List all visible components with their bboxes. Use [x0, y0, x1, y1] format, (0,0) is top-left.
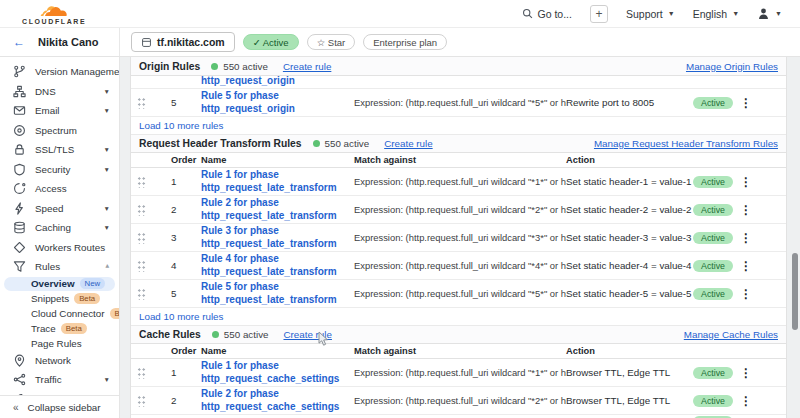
- drag-handle[interactable]: [137, 231, 146, 244]
- bolt-icon: [13, 202, 26, 215]
- chevron-up-icon: ▼: [104, 263, 110, 270]
- zone-selector[interactable]: tf.nikitac.com: [131, 32, 235, 52]
- rule-expression: Expression: (http.request.full_uri wildc…: [354, 367, 566, 378]
- row-menu-kebab-icon[interactable]: ⋮: [739, 366, 753, 380]
- sidebar-item-rules[interactable]: Rules▼: [0, 257, 119, 277]
- zone-row: tf.nikitac.com ✓ Active ☆ Star Enterpris…: [120, 32, 447, 52]
- rule-name-link[interactable]: Rule 2 for phasehttp_request_late_transf…: [201, 197, 354, 222]
- support-menu[interactable]: Support ▼: [626, 8, 675, 20]
- drag-handle[interactable]: [137, 259, 146, 272]
- add-button[interactable]: +: [590, 5, 608, 23]
- chevron-down-icon: ▼: [104, 376, 110, 383]
- sidebar-item-snippets[interactable]: SnippetsBeta: [4, 291, 115, 306]
- pin-icon: [13, 354, 26, 367]
- section-header-request-header-transform-rules: Request Header Transform Rules550 active…: [131, 134, 786, 153]
- create-rule-link[interactable]: Create rule: [384, 138, 432, 149]
- plan-badge: Enterprise plan: [363, 34, 447, 50]
- drag-handle[interactable]: [137, 203, 146, 216]
- traffic-icon: [13, 373, 26, 386]
- sidebar-item-speed[interactable]: Speed▼: [0, 199, 119, 219]
- rule-expression: Expression: (http.request.full_uri wildc…: [354, 260, 566, 271]
- load-more-row: Load 10 more rules: [131, 308, 786, 325]
- row-menu-kebab-icon[interactable]: ⋮: [739, 259, 753, 273]
- rule-name-link[interactable]: Rule 1 for phasehttp_request_late_transf…: [201, 169, 354, 194]
- rule-name-line1: Rule 1 for phase: [201, 169, 354, 182]
- sidebar-subitem-label: Page Rules: [31, 338, 82, 349]
- rule-status-badge: Active: [694, 288, 732, 300]
- rule-name-line2: http_request_late_transform: [201, 210, 354, 223]
- sidebar-item-overview[interactable]: OverviewNew: [4, 277, 115, 292]
- rule-name-link[interactable]: Rule 2 for phasehttp_request_cache_setti…: [201, 388, 354, 413]
- chevron-down-icon: ▼: [732, 10, 739, 17]
- sidebar-item-label: Network: [35, 355, 110, 366]
- database-icon: [13, 221, 26, 234]
- rule-name-link[interactable]: Rule 3 for phasehttp_request_late_transf…: [201, 225, 354, 250]
- language-menu[interactable]: English ▼: [693, 8, 739, 20]
- drag-handle[interactable]: [137, 366, 146, 379]
- row-menu-kebab-icon[interactable]: ⋮: [739, 175, 753, 189]
- rule-name-link[interactable]: Rule 1 for phasehttp_request_cache_setti…: [201, 360, 354, 385]
- sidebar-item-spectrum[interactable]: Spectrum: [0, 121, 119, 141]
- rule-name-line2: http_request_late_transform: [201, 266, 354, 279]
- account-menu[interactable]: ▼: [757, 7, 782, 20]
- sidebar-item-version-management[interactable]: Version Management: [0, 62, 119, 82]
- row-menu-kebab-icon[interactable]: ⋮: [739, 394, 753, 408]
- rule-name-link[interactable]: Rule 5 for phasehttp_request_late_transf…: [201, 281, 354, 306]
- row-menu-kebab-icon[interactable]: ⋮: [739, 287, 753, 301]
- rule-action: Set static header-2 = value-2: [566, 204, 694, 215]
- manage-rules-link[interactable]: Manage Cache Rules: [684, 329, 778, 340]
- manage-rules-link[interactable]: Manage Request Header Transform Rules: [594, 138, 778, 149]
- sidebar-item-cloud-connector[interactable]: Cloud ConnectorBeta: [4, 306, 115, 321]
- rule-name-link[interactable]: Rule 5 for phasehttp_request_origin: [201, 90, 354, 115]
- drag-handle[interactable]: [137, 96, 146, 109]
- sidebar-item-workers-routes[interactable]: Workers Routes: [0, 238, 119, 258]
- load-more-rules-link[interactable]: Load 10 more rules: [139, 311, 223, 322]
- rule-expression: Expression: (http.request.full_uri wildc…: [354, 288, 566, 299]
- cloudflare-logo[interactable]: CLOUDFLARE: [22, 5, 86, 25]
- create-rule-link[interactable]: Create rule: [283, 329, 331, 340]
- status-label: Active: [693, 204, 733, 216]
- global-search[interactable]: Go to...: [522, 8, 572, 20]
- sidebar-item-traffic[interactable]: Traffic▼: [0, 370, 119, 390]
- sidebar-item-dns[interactable]: DNS▼: [0, 82, 119, 102]
- drag-handle[interactable]: [137, 394, 146, 407]
- sidebar-subitem-label: Overview: [31, 278, 75, 289]
- sidebar-item-ssl-tls[interactable]: SSL/TLS▼: [0, 140, 119, 160]
- support-label: Support: [626, 8, 663, 20]
- create-rule-link[interactable]: Create rule: [283, 61, 331, 72]
- rule-name-line2: http_request_cache_settings: [201, 373, 354, 386]
- sidebar-subnav-rules: OverviewNewSnippetsBetaCloud ConnectorBe…: [0, 277, 119, 351]
- sidebar-item-page-rules[interactable]: Page Rules: [4, 336, 115, 351]
- sidebar-item-caching[interactable]: Caching▼: [0, 218, 119, 238]
- rule-name-line1: Rule 2 for phase: [201, 197, 354, 210]
- section-title: Cache Rules: [139, 329, 201, 340]
- drag-handle[interactable]: [137, 175, 146, 188]
- rule-name-link[interactable]: http_request_origin: [201, 76, 786, 87]
- main-content: Origin Rules550 activeCreate ruleManage …: [120, 57, 800, 418]
- sidebar-item-trace[interactable]: TraceBeta: [4, 321, 115, 336]
- column-header-match-against: Match against: [354, 346, 566, 356]
- drag-handle[interactable]: [137, 287, 146, 300]
- back-arrow-icon[interactable]: ←: [13, 35, 25, 49]
- table-row: 5Rule 5 for phasehttp_request_originExpr…: [131, 89, 786, 117]
- workers-icon: [13, 241, 26, 254]
- zone-status-badge: ✓ Active: [243, 34, 299, 50]
- vertical-scrollbar-thumb[interactable]: [792, 253, 798, 330]
- table-row: 3Rule 3 for phasehttp_request_late_trans…: [131, 224, 786, 252]
- sidebar-item-access[interactable]: Access: [0, 179, 119, 199]
- manage-rules-link[interactable]: Manage Origin Rules: [686, 61, 778, 72]
- collapse-sidebar-button[interactable]: « Collapse sidebar: [0, 395, 119, 418]
- table-row: 2Rule 2 for phasehttp_request_late_trans…: [131, 196, 786, 224]
- row-menu-kebab-icon[interactable]: ⋮: [739, 203, 753, 217]
- rule-order: 1: [171, 367, 201, 378]
- sidebar-item-email[interactable]: Email▼: [0, 101, 119, 121]
- sidebar-item-security[interactable]: Security▼: [0, 160, 119, 180]
- load-more-rules-link[interactable]: Load 10 more rules: [139, 120, 223, 131]
- rule-name-link[interactable]: Rule 4 for phasehttp_request_late_transf…: [201, 253, 354, 278]
- sidebar-item-network[interactable]: Network: [0, 350, 119, 370]
- row-menu-kebab-icon[interactable]: ⋮: [739, 231, 753, 245]
- search-icon: [522, 8, 533, 19]
- row-menu-kebab-icon[interactable]: ⋮: [739, 96, 753, 110]
- sidebar-item-label: DNS: [35, 86, 95, 97]
- star-button[interactable]: ☆ Star: [307, 34, 356, 50]
